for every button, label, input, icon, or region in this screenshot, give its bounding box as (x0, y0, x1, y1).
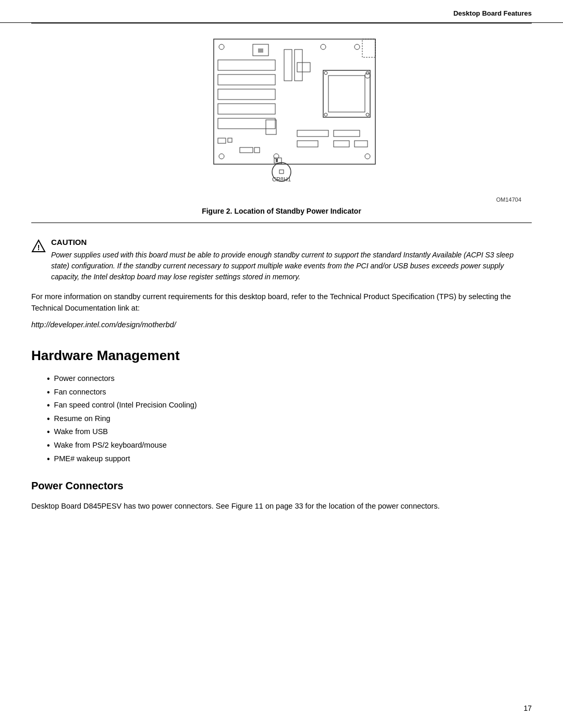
svg-rect-9 (218, 75, 275, 85)
caution-section: ! CAUTION Power supplies used with this … (31, 238, 532, 282)
list-item: Fan speed control (Intel Precision Cooli… (47, 399, 532, 412)
svg-point-2 (321, 44, 326, 50)
figure-caption: Figure 2. Location of Standby Power Indi… (202, 207, 361, 215)
svg-point-15 (324, 71, 327, 75)
caution-icon: ! (31, 239, 46, 256)
svg-rect-22 (284, 50, 292, 81)
svg-rect-21 (297, 63, 310, 72)
svg-rect-20 (258, 48, 263, 53)
svg-rect-29 (354, 141, 368, 147)
svg-rect-11 (218, 104, 275, 114)
svg-rect-24 (362, 39, 375, 57)
om-number: OM14704 (496, 196, 532, 203)
power-connectors-text: Desktop Board D845PESV has two power con… (31, 500, 532, 512)
svg-rect-27 (297, 141, 318, 147)
svg-point-17 (324, 113, 327, 116)
svg-text:CR8H1: CR8H1 (272, 176, 291, 182)
page-content: CR8H1 OM14704 Figure 2. Location of Stan… (0, 23, 563, 544)
svg-rect-33 (240, 147, 253, 153)
svg-rect-14 (328, 76, 365, 112)
body-paragraph: For more information on standby current … (31, 291, 532, 314)
list-item: Power connectors (47, 372, 532, 386)
page-header: Desktop Board Features (0, 0, 563, 23)
motherboard-diagram: CR8H1 (172, 34, 391, 195)
svg-rect-13 (323, 70, 370, 117)
svg-rect-34 (254, 147, 260, 153)
list-item: Resume on Ring (47, 412, 532, 426)
figure-container: CR8H1 OM14704 Figure 2. Location of Stan… (31, 23, 532, 223)
svg-rect-23 (295, 50, 302, 81)
svg-rect-32 (266, 120, 276, 134)
list-item: Wake from PS/2 keyboard/mouse (47, 439, 532, 452)
caution-content: CAUTION Power supplies used with this bo… (51, 238, 532, 282)
svg-rect-36 (279, 170, 284, 174)
svg-point-5 (219, 154, 224, 159)
page-number: 17 (523, 704, 532, 712)
hardware-management-list: Power connectors Fan connectors Fan spee… (47, 372, 532, 465)
svg-rect-25 (297, 130, 328, 137)
svg-rect-26 (334, 130, 360, 137)
caution-text: Power supplies used with this board must… (51, 250, 532, 282)
header-title: Desktop Board Features (454, 9, 532, 17)
svg-text:!: ! (38, 243, 40, 252)
svg-rect-40 (276, 159, 278, 162)
svg-point-1 (219, 44, 224, 50)
svg-point-3 (354, 44, 360, 50)
svg-rect-8 (218, 60, 275, 70)
svg-rect-10 (218, 89, 275, 100)
list-item: PME# wakeup support (47, 452, 532, 466)
svg-point-4 (365, 73, 370, 78)
url-text: http://developer.intel.com/design/mother… (31, 320, 532, 329)
list-item: Wake from USB (47, 425, 532, 439)
power-connectors-title: Power Connectors (31, 480, 532, 492)
svg-point-7 (365, 154, 370, 159)
caution-title: CAUTION (51, 238, 532, 246)
hardware-management-title: Hardware Management (31, 348, 532, 364)
svg-point-18 (366, 113, 369, 116)
svg-rect-30 (218, 138, 226, 143)
list-item: Fan connectors (47, 386, 532, 399)
svg-rect-28 (334, 141, 349, 147)
svg-rect-31 (228, 138, 232, 142)
